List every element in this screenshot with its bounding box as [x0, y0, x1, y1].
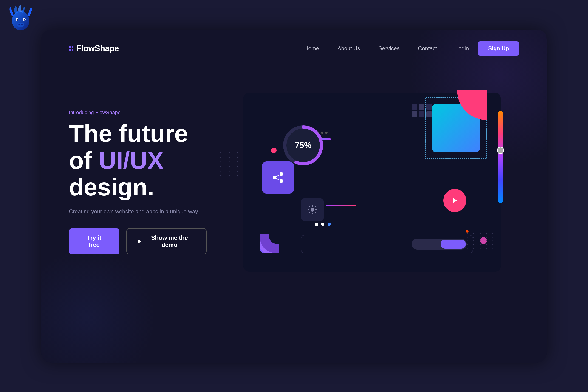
sq-5: [419, 112, 424, 117]
svg-line-25: [309, 212, 310, 213]
accent-dot-red: [466, 230, 468, 233]
toggle-bar: [301, 235, 473, 253]
svg-point-7: [21, 24, 23, 26]
hero-buttons: Try it free Show me the demo: [69, 228, 207, 254]
logo-dot-3: [69, 49, 71, 51]
title-design: design.: [69, 174, 154, 200]
logo-dot-4: [72, 49, 74, 51]
demo-label: Show me the demo: [144, 234, 195, 248]
svg-text:75%: 75%: [295, 140, 312, 150]
hero-illustration: 75%: [225, 79, 519, 286]
svg-point-3: [17, 19, 18, 21]
hero-title: The future of UI/UX design.: [69, 120, 207, 200]
nav-services[interactable]: Services: [378, 45, 400, 52]
accent-dots-bottom: [315, 222, 331, 226]
show-demo-button[interactable]: Show me the demo: [126, 228, 207, 254]
nav-links: Home About Us Services Contact: [304, 45, 437, 52]
nav-about[interactable]: About Us: [338, 45, 360, 52]
sq-4: [412, 112, 417, 117]
hero-section: Introducing FlowShape The future of UI/U…: [41, 56, 547, 286]
hero-left: Introducing FlowShape The future of UI/U…: [69, 110, 207, 254]
title-of: of: [69, 147, 99, 174]
logo-dot-1: [69, 46, 71, 48]
main-panel: 75%: [244, 92, 501, 272]
svg-line-15: [274, 174, 281, 178]
logo-icon: [69, 46, 74, 51]
signup-button[interactable]: Sign Up: [478, 41, 519, 56]
navbar: FlowShape Home About Us Services Contact…: [41, 30, 547, 56]
svg-point-6: [18, 24, 20, 26]
svg-point-17: [310, 208, 314, 212]
intro-brand: FlowShape: [95, 110, 120, 115]
svg-line-16: [274, 178, 281, 181]
title-highlight: UI/UX: [99, 147, 164, 174]
bull-logo-icon: [7, 4, 34, 32]
intro-text: Introducing: [69, 110, 95, 115]
svg-marker-26: [454, 198, 457, 203]
login-button[interactable]: Login: [456, 45, 469, 52]
main-card: FlowShape Home About Us Services Contact…: [41, 30, 547, 362]
sq-1: [412, 104, 417, 110]
settings-button[interactable]: [301, 198, 324, 221]
intro-label: Introducing FlowShape: [69, 110, 207, 116]
accent-dot-w: [315, 222, 318, 226]
logo-area: FlowShape: [69, 44, 119, 53]
svg-point-4: [24, 19, 26, 21]
play-button-circle[interactable]: [443, 189, 466, 212]
play-icon: [138, 240, 142, 243]
svg-line-22: [309, 206, 310, 207]
accent-dot-w2: [321, 222, 324, 226]
try-free-button[interactable]: Try it free: [69, 228, 120, 254]
svg-line-24: [315, 206, 316, 207]
sq-2: [419, 104, 424, 110]
toggle-track[interactable]: [412, 238, 467, 250]
logo-text: FlowShape: [76, 44, 119, 53]
grid-dots-right: [467, 233, 496, 249]
svg-point-5: [17, 22, 24, 27]
svg-line-23: [315, 212, 316, 213]
neon-line-mid: [326, 205, 356, 206]
svg-point-0: [12, 11, 30, 30]
toggle-thumb: [440, 240, 466, 249]
nav-contact[interactable]: Contact: [418, 45, 437, 52]
pink-dot-top: [271, 148, 276, 153]
pink-quarter-circle: [457, 90, 487, 120]
share-button[interactable]: [262, 162, 294, 194]
nav-actions: Login Sign Up: [456, 41, 519, 56]
color-slider[interactable]: [498, 111, 503, 203]
title-line1: The future: [69, 120, 188, 147]
nav-home[interactable]: Home: [304, 45, 319, 52]
hero-subtitle: Creating your own website and apps in a …: [69, 207, 207, 216]
accent-dot-b: [328, 222, 331, 226]
slider-thumb: [497, 147, 504, 154]
purple-arc: [260, 214, 298, 253]
logo-dot-2: [72, 46, 74, 48]
